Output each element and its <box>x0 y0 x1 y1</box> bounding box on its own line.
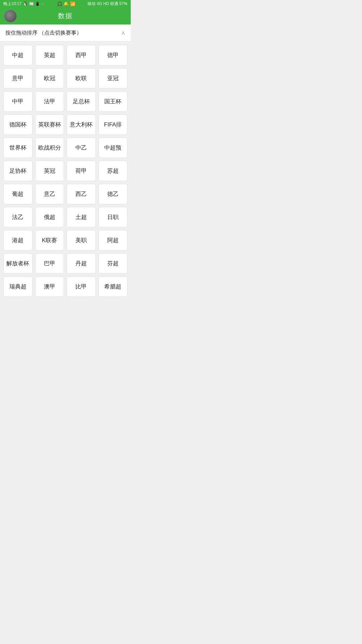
wifi-icon: 📶 <box>70 1 75 6</box>
headphone-icon: 🎧 <box>57 1 62 6</box>
page-title: 数据 <box>58 11 73 20</box>
app-icon-2: 📱 <box>35 2 40 6</box>
alarm-icon: 🔔 <box>63 1 69 6</box>
sort-hint-text: （点击切换赛事） <box>39 30 82 36</box>
league-btn-39[interactable]: 芬超 <box>99 253 128 274</box>
league-btn-11[interactable]: 国王杯 <box>99 91 128 112</box>
league-btn-12[interactable]: 德国杯 <box>3 114 33 135</box>
league-grid: 中超英超西甲德甲意甲欧冠欧联亚冠中甲法甲足总杯国王杯德国杯英联赛杯意大利杯FIF… <box>0 42 131 300</box>
league-btn-42[interactable]: 比甲 <box>67 276 96 297</box>
league-btn-20[interactable]: 足协杯 <box>3 161 33 181</box>
sort-bar-label: 按住拖动排序 （点击切换赛事） <box>5 30 82 37</box>
league-btn-8[interactable]: 中甲 <box>3 91 33 112</box>
avatar-image <box>4 10 17 22</box>
league-btn-1[interactable]: 英超 <box>35 45 64 65</box>
league-btn-36[interactable]: 解放者杯 <box>3 253 33 274</box>
league-btn-17[interactable]: 欧战积分 <box>35 138 64 158</box>
league-btn-23[interactable]: 苏超 <box>99 161 128 181</box>
league-btn-33[interactable]: K联赛 <box>35 230 64 251</box>
league-btn-0[interactable]: 中超 <box>3 45 33 65</box>
league-btn-21[interactable]: 英冠 <box>35 161 64 181</box>
league-btn-7[interactable]: 亚冠 <box>99 68 128 89</box>
league-btn-13[interactable]: 英联赛杯 <box>35 114 64 135</box>
league-btn-35[interactable]: 阿超 <box>99 230 128 251</box>
league-btn-24[interactable]: 葡超 <box>3 184 33 204</box>
league-btn-6[interactable]: 欧联 <box>67 68 96 89</box>
league-btn-30[interactable]: 土超 <box>67 207 96 227</box>
league-btn-29[interactable]: 俄超 <box>35 207 64 227</box>
avatar[interactable] <box>4 10 17 22</box>
more-icon: ··· <box>41 1 45 6</box>
league-btn-22[interactable]: 荷甲 <box>67 161 96 181</box>
league-btn-9[interactable]: 法甲 <box>35 91 64 112</box>
status-center-icons: 🎧 🔔 📶 <box>57 1 75 6</box>
league-btn-43[interactable]: 希腊超 <box>99 276 128 297</box>
league-btn-4[interactable]: 意甲 <box>3 68 33 89</box>
status-right: 移动 4G HD 联通 57% <box>87 1 127 7</box>
league-btn-19[interactable]: 中超预 <box>99 138 128 158</box>
league-btn-16[interactable]: 世界杯 <box>3 138 33 158</box>
league-btn-27[interactable]: 德乙 <box>99 184 128 204</box>
league-btn-2[interactable]: 西甲 <box>67 45 96 65</box>
league-btn-31[interactable]: 日职 <box>99 207 128 227</box>
league-btn-15[interactable]: FIFA排 <box>99 114 128 135</box>
notification-icon: 🐧 <box>23 1 28 6</box>
status-bar: 晚上10:17 🐧 📰 📱 ··· 🎧 🔔 📶 移动 4G HD 联通 57% <box>0 0 131 7</box>
sort-bar: 按住拖动排序 （点击切换赛事） ∧ <box>0 24 131 42</box>
league-btn-37[interactable]: 巴甲 <box>35 253 64 274</box>
league-btn-14[interactable]: 意大利杯 <box>67 114 96 135</box>
league-btn-41[interactable]: 澳甲 <box>35 276 64 297</box>
league-btn-40[interactable]: 瑞典超 <box>3 276 33 297</box>
time-label: 晚上10:17 <box>3 1 21 7</box>
league-btn-3[interactable]: 德甲 <box>99 45 128 65</box>
status-time: 晚上10:17 🐧 📰 📱 ··· <box>3 1 45 7</box>
league-btn-28[interactable]: 法乙 <box>3 207 33 227</box>
sort-main-text: 按住拖动排序 <box>5 30 38 36</box>
app-icon-1: 📰 <box>29 2 34 6</box>
league-btn-10[interactable]: 足总杯 <box>67 91 96 112</box>
league-btn-34[interactable]: 美职 <box>67 230 96 251</box>
league-btn-18[interactable]: 中乙 <box>67 138 96 158</box>
collapse-arrow-icon[interactable]: ∧ <box>121 29 125 37</box>
league-btn-26[interactable]: 西乙 <box>67 184 96 204</box>
app-header: 数据 <box>0 7 131 24</box>
league-btn-5[interactable]: 欧冠 <box>35 68 64 89</box>
carrier-info: 移动 4G HD 联通 57% <box>87 1 127 7</box>
league-btn-38[interactable]: 丹超 <box>67 253 96 274</box>
league-btn-32[interactable]: 港超 <box>3 230 33 251</box>
league-btn-25[interactable]: 意乙 <box>35 184 64 204</box>
